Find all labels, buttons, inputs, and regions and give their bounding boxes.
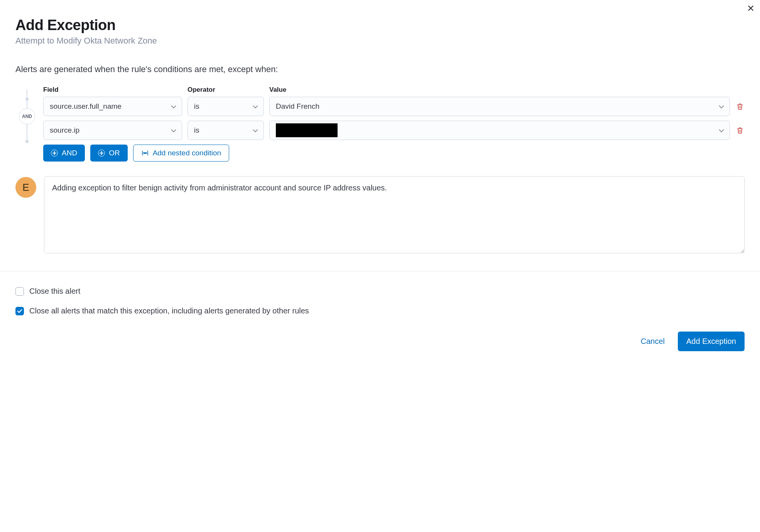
checkbox-checked[interactable] [15, 307, 24, 315]
chevron-down-icon [171, 126, 176, 135]
add-or-button[interactable]: OR [90, 145, 128, 162]
header-field: Field [43, 86, 182, 94]
chevron-down-icon [171, 102, 176, 111]
plus-circle-icon [51, 150, 58, 157]
add-and-button[interactable]: AND [43, 145, 85, 162]
close-icon[interactable]: ✕ [747, 4, 755, 13]
close-this-alert-row[interactable]: Close this alert [15, 287, 745, 296]
close-all-label: Close all alerts that match this excepti… [29, 306, 309, 315]
divider [0, 271, 760, 271]
header-operator: Operator [187, 86, 264, 94]
value-select[interactable] [269, 121, 730, 140]
header-value: Value [269, 86, 730, 94]
delete-condition-button[interactable] [735, 126, 745, 135]
field-value: source.ip [50, 126, 79, 135]
chevron-down-icon [719, 126, 724, 135]
operator-select[interactable]: is [187, 121, 264, 140]
nested-label: Add nested condition [153, 149, 221, 157]
operator-value: is [194, 126, 199, 135]
comment-textarea[interactable]: Adding exception to filter benign activi… [44, 176, 745, 253]
logic-rail: AND [15, 86, 39, 143]
svg-point-0 [143, 153, 144, 153]
add-exception-button[interactable]: Add Exception [678, 332, 745, 351]
add-exception-modal: ✕ Add Exception Attempt to Modify Okta N… [0, 0, 760, 363]
logic-badge: AND [19, 108, 35, 125]
and-label: AND [62, 149, 77, 157]
chevron-down-icon [253, 126, 258, 135]
close-this-label: Close this alert [29, 287, 80, 296]
value-text: David French [276, 102, 319, 111]
field-select[interactable]: source.ip [43, 121, 182, 140]
checkbox-unchecked[interactable] [15, 287, 24, 296]
add-nested-button[interactable]: Add nested condition [133, 145, 229, 162]
value-select[interactable]: David French [269, 97, 730, 116]
intro-text: Alerts are generated when the rule's con… [15, 64, 745, 74]
svg-point-2 [145, 153, 146, 153]
condition-row: source.ip is [43, 121, 745, 140]
or-label: OR [109, 149, 120, 157]
condition-row: source.user.full_name is David French [43, 97, 745, 116]
chevron-down-icon [719, 102, 724, 111]
modal-title: Add Exception [15, 17, 745, 34]
condition-builder: AND Field Operator Value source.user.ful… [15, 86, 745, 162]
delete-condition-button[interactable] [735, 102, 745, 111]
chevron-down-icon [253, 102, 258, 111]
cancel-button[interactable]: Cancel [638, 337, 667, 346]
field-value: source.user.full_name [50, 102, 122, 111]
plus-circle-icon [98, 150, 105, 157]
field-select[interactable]: source.user.full_name [43, 97, 182, 116]
svg-point-1 [144, 153, 145, 153]
check-icon [17, 309, 22, 313]
close-all-alerts-row[interactable]: Close all alerts that match this excepti… [15, 306, 745, 315]
modal-subtitle: Attempt to Modify Okta Network Zone [15, 36, 745, 46]
nested-icon [141, 150, 149, 156]
operator-select[interactable]: is [187, 97, 264, 116]
operator-value: is [194, 102, 199, 111]
avatar: E [15, 177, 36, 198]
redacted-value [276, 123, 338, 137]
